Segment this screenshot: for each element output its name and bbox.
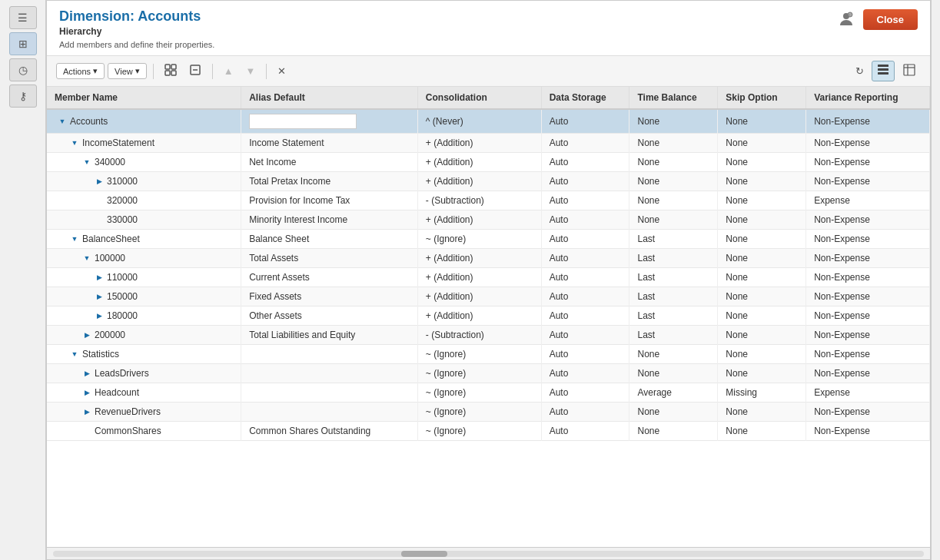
table-row[interactable]: 320000Provision for Income Tax- (Subtrac…	[47, 191, 930, 210]
move-down-button[interactable]: ▼	[241, 62, 261, 80]
table-row[interactable]: ▶LeadsDrivers~ (Ignore)AutoNoneNoneNon-E…	[47, 364, 930, 383]
table-row[interactable]: CommonSharesCommon Shares Outstanding~ (…	[47, 422, 930, 441]
member-name-cell: CommonShares	[47, 422, 241, 441]
expand-right-icon[interactable]: ▶	[82, 407, 91, 416]
table-row[interactable]: ▶RevenueDrivers~ (Ignore)AutoNoneNoneNon…	[47, 403, 930, 422]
data-storage-cell: Auto	[541, 134, 629, 153]
actions-dropdown-button[interactable]: Actions ▾	[56, 63, 105, 79]
time-balance-cell: None	[629, 153, 718, 172]
sidebar-clock-icon[interactable]: ◷	[9, 58, 37, 81]
expand-right-icon[interactable]: ▶	[82, 388, 91, 397]
data-storage-cell: Auto	[541, 403, 629, 422]
variance-reporting-cell: Non-Expense	[806, 364, 930, 383]
header-right: + Close	[835, 8, 918, 30]
horizontal-scrollbar[interactable]	[47, 547, 930, 559]
toolbar-separator-2	[212, 64, 213, 79]
sidebar-list-icon[interactable]: ☰	[9, 6, 37, 29]
data-storage-cell: Auto	[541, 268, 629, 287]
delete-button[interactable]: ✕	[273, 62, 291, 80]
member-name-text: 180000	[107, 310, 138, 321]
table-row[interactable]: ▶150000Fixed Assets+ (Addition)AutoLastN…	[47, 287, 930, 307]
table-row[interactable]: ▼340000Net Income+ (Addition)AutoNoneNon…	[47, 153, 930, 172]
table-row[interactable]: 330000Minority Interest Income+ (Additio…	[47, 210, 930, 230]
table-view-button[interactable]	[872, 61, 895, 81]
alias-default-input[interactable]	[249, 114, 357, 129]
skip-option-cell: None	[718, 268, 806, 287]
consolidation-cell: + (Addition)	[417, 268, 541, 287]
expand-all-button[interactable]	[160, 61, 181, 81]
skip-option-cell: None	[718, 109, 806, 134]
expand-down-icon[interactable]: ▼	[70, 350, 79, 359]
member-name-cell: ▶150000	[47, 287, 241, 307]
svg-rect-4	[171, 65, 176, 69]
member-name-text: 320000	[107, 195, 138, 206]
data-storage-cell: Auto	[541, 172, 629, 191]
expand-right-icon[interactable]: ▶	[95, 273, 104, 282]
table-row[interactable]: ▶200000Total Liabilities and Equity- (Su…	[47, 326, 930, 345]
consolidation-cell: - (Subtraction)	[417, 326, 541, 345]
expand-down-icon[interactable]: ▼	[82, 157, 91, 167]
member-name-text: Headcount	[95, 387, 139, 398]
time-balance-cell: None	[629, 109, 718, 134]
table-row[interactable]: ▶180000Other Assets+ (Addition)AutoLastN…	[47, 307, 930, 326]
alias-default-cell: Other Assets	[241, 307, 418, 326]
page-subtitle: Hierarchy	[59, 26, 214, 37]
expand-right-icon[interactable]: ▶	[82, 369, 91, 378]
expand-right-icon[interactable]: ▶	[95, 311, 104, 320]
expand-right-icon[interactable]: ▶	[95, 292, 104, 301]
skip-option-cell: None	[718, 364, 806, 383]
time-balance-cell: Last	[629, 230, 718, 249]
table-row[interactable]: ▶110000Current Assets+ (Addition)AutoLas…	[47, 268, 930, 287]
svg-text:+: +	[848, 12, 850, 17]
expand-down-icon[interactable]: ▼	[70, 234, 79, 244]
table-header-row: Member Name Alias Default Consolidation …	[47, 87, 930, 109]
sidebar-key-icon[interactable]: ⚷	[9, 84, 37, 108]
view-dropdown-button[interactable]: View ▾	[108, 63, 147, 79]
toolbar: Actions ▾ View ▾ ▲ ▼ ✕ ↻	[47, 56, 930, 87]
alias-default-cell: Minority Interest Income	[241, 210, 418, 230]
user-profile-icon[interactable]: +	[835, 8, 857, 30]
member-name-cell: ▼IncomeStatement	[47, 134, 241, 153]
svg-rect-3	[165, 65, 170, 69]
expand-right-icon[interactable]: ▶	[82, 330, 91, 340]
expand-down-icon[interactable]: ▼	[70, 138, 79, 147]
expand-down-icon[interactable]: ▼	[82, 253, 91, 263]
alias-default-cell: Income Statement	[241, 134, 418, 153]
member-name-text: RevenueDrivers	[95, 406, 161, 417]
detail-view-button[interactable]	[898, 61, 921, 81]
member-name-text: LeadsDrivers	[95, 368, 149, 379]
variance-reporting-cell: Non-Expense	[806, 345, 930, 364]
expand-down-icon[interactable]: ▼	[58, 117, 67, 126]
member-name-text: 340000	[95, 157, 125, 167]
table-row[interactable]: ▼IncomeStatementIncome Statement+ (Addit…	[47, 134, 930, 153]
scroll-track[interactable]	[53, 551, 924, 557]
member-name-text: 110000	[107, 272, 138, 283]
vertical-scrollbar[interactable]	[931, 0, 940, 560]
table-row[interactable]: ▼BalanceSheetBalance Sheet~ (Ignore)Auto…	[47, 230, 930, 249]
time-balance-cell: Average	[629, 383, 718, 403]
collapse-all-button[interactable]	[184, 61, 206, 81]
table-row[interactable]: ▶310000Total Pretax Income+ (Addition)Au…	[47, 172, 930, 191]
variance-reporting-cell: Non-Expense	[806, 326, 930, 345]
scroll-thumb[interactable]	[401, 551, 447, 557]
move-up-button[interactable]: ▲	[219, 62, 238, 80]
skip-option-cell: None	[718, 422, 806, 441]
toolbar-right: ↻	[851, 61, 921, 81]
time-balance-cell: Last	[629, 287, 718, 307]
skip-option-cell: None	[718, 307, 806, 326]
table-row[interactable]: ▼Statistics~ (Ignore)AutoNoneNoneNon-Exp…	[47, 345, 930, 364]
table-row[interactable]: ▼100000Total Assets+ (Addition)AutoLastN…	[47, 249, 930, 268]
page-title: Dimension: Accounts	[59, 8, 214, 25]
close-button[interactable]: Close	[863, 9, 918, 30]
alias-default-cell: Fixed Assets	[241, 287, 418, 307]
table-row[interactable]: ▶Headcount~ (Ignore)AutoAverageMissingEx…	[47, 383, 930, 403]
col-header-time-balance: Time Balance	[629, 87, 718, 109]
alias-default-cell	[241, 345, 418, 364]
variance-reporting-cell: Non-Expense	[806, 403, 930, 422]
data-table-container[interactable]: Member Name Alias Default Consolidation …	[47, 87, 930, 547]
expand-right-icon[interactable]: ▶	[95, 177, 104, 186]
table-row[interactable]: ▼Accounts^ (Never)AutoNoneNoneNon-Expens…	[47, 109, 930, 134]
sidebar-grid-icon[interactable]: ⊞	[9, 32, 37, 55]
skip-option-cell: None	[718, 287, 806, 307]
refresh-button[interactable]: ↻	[851, 62, 869, 80]
